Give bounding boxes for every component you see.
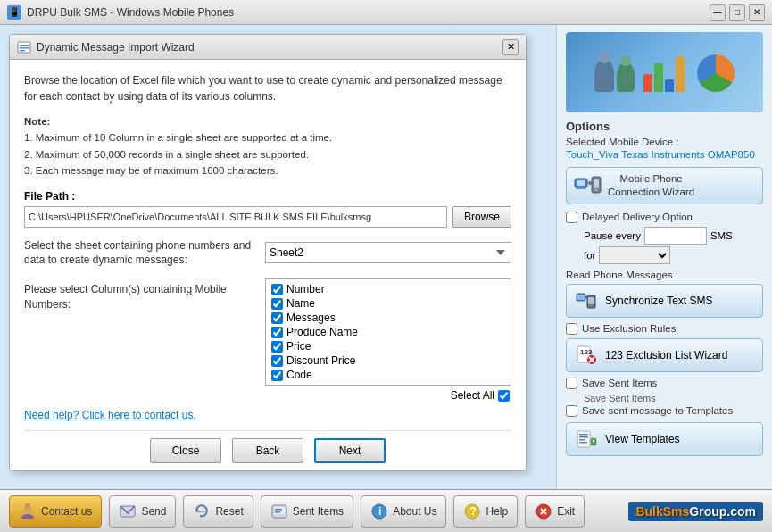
delayed-delivery-option[interactable]: Delayed Delivery Option [566, 212, 763, 223]
file-path-input[interactable] [24, 206, 447, 228]
column-discount-price-check[interactable] [271, 355, 283, 367]
column-number-check[interactable] [271, 284, 283, 295]
column-name-check[interactable] [271, 298, 283, 310]
use-exclusion-checkbox[interactable] [566, 323, 577, 335]
sent-items-icon [270, 503, 288, 520]
column-price[interactable]: Price [271, 340, 505, 353]
exit-button[interactable]: Exit [525, 495, 585, 528]
svg-rect-38 [275, 509, 282, 511]
reset-label: Reset [215, 505, 243, 518]
main-container: Dynamic Message Import Wizard ✕ Browse t… [0, 25, 772, 489]
app-close-button[interactable]: ✕ [749, 4, 765, 21]
columns-label: Please select Column(s) containing Mobil… [24, 278, 256, 312]
maximize-button[interactable]: □ [729, 4, 745, 21]
dialog-buttons: Close Back Next [24, 430, 511, 463]
left-panel: Dynamic Message Import Wizard ✕ Browse t… [0, 25, 556, 489]
use-exclusion-label: Use Exclusion Rules [582, 323, 676, 334]
reset-button[interactable]: Reset [183, 495, 253, 528]
help-link[interactable]: Need help? Click here to contact us. [24, 409, 511, 421]
back-button[interactable]: Back [232, 438, 303, 463]
file-path-label: File Path : [24, 190, 511, 203]
column-messages-check[interactable] [271, 312, 283, 324]
help-label: Help [486, 505, 508, 518]
next-button[interactable]: Next [314, 438, 386, 463]
view-templates-icon [572, 427, 601, 452]
columns-list-box: Number Name Messages Produce Name [265, 278, 511, 386]
note-section: Note: 1. Maximum of 10 Column in a singl… [24, 113, 511, 179]
column-produce-name[interactable]: Produce Name [271, 326, 505, 338]
save-sent-items-option[interactable]: Save Sent Items [566, 378, 763, 389]
svg-rect-6 [576, 187, 586, 189]
browse-button[interactable]: Browse [452, 206, 511, 228]
save-templates-option[interactable]: Save sent message to Templates [566, 405, 763, 417]
column-produce-name-check[interactable] [271, 327, 283, 338]
svg-rect-37 [274, 507, 285, 514]
svg-rect-3 [20, 50, 25, 52]
view-templates-label: View Templates [605, 433, 680, 445]
for-row: for [584, 246, 763, 264]
exclusion-wizard-button[interactable]: 123 123 Exclusion List Wizard [566, 338, 763, 372]
save-templates-checkbox[interactable] [566, 405, 577, 417]
note-title: Note: [24, 116, 50, 127]
column-messages[interactable]: Messages [271, 312, 505, 324]
svg-rect-25 [579, 436, 588, 438]
column-price-check[interactable] [271, 341, 283, 353]
app-title: DRPU Bulk SMS - Windows Mobile Phones [27, 6, 710, 19]
about-us-button[interactable]: i About Us [361, 495, 446, 528]
note-item-2: 2. Maximum of 50,000 records in a single… [24, 149, 309, 160]
selected-device-label: Selected Mobile Device : [566, 137, 763, 147]
send-button[interactable]: Send [109, 495, 176, 528]
app-icon: 📱 [7, 5, 21, 20]
sent-items-button[interactable]: Sent Items [261, 495, 353, 528]
dialog-close-icon[interactable]: ✕ [502, 39, 519, 55]
svg-text:i: i [378, 505, 381, 518]
close-button[interactable]: Close [150, 438, 221, 463]
contact-us-button[interactable]: Contact us [9, 495, 102, 528]
save-templates-label: Save sent message to Templates [582, 405, 733, 416]
window-controls: — □ ✕ [710, 4, 765, 21]
exit-icon [535, 503, 552, 520]
delayed-delivery-checkbox[interactable] [566, 212, 577, 223]
file-path-row: Browse [24, 206, 511, 228]
taskbar: Contact us Send Reset [0, 489, 772, 532]
exclusion-wizard-label: 123 Exclusion List Wizard [605, 349, 727, 362]
use-exclusion-option[interactable]: Use Exclusion Rules [566, 323, 763, 335]
for-label: for [584, 250, 595, 261]
svg-rect-32 [25, 503, 30, 507]
pie-chart [697, 54, 735, 92]
column-number[interactable]: Number [271, 283, 505, 295]
save-sent-path-label: Save Sent Items [584, 393, 763, 403]
sync-icon [572, 288, 601, 313]
dialog-body: Browse the location of Excel file which … [10, 60, 526, 470]
contact-us-icon [19, 503, 37, 520]
svg-rect-12 [594, 189, 598, 191]
column-name[interactable]: Name [271, 297, 505, 310]
columns-row: Please select Column(s) containing Mobil… [24, 278, 511, 402]
column-code[interactable]: Code [271, 369, 505, 381]
svg-rect-27 [579, 442, 587, 444]
banner-image [566, 32, 763, 112]
title-bar: 📱 DRPU Bulk SMS - Windows Mobile Phones … [0, 0, 772, 25]
contact-us-label: Contact us [41, 505, 92, 518]
select-all-checkbox[interactable] [498, 390, 510, 402]
column-discount-price[interactable]: Discount Price [271, 354, 505, 367]
column-code-check[interactable] [271, 370, 283, 381]
svg-rect-16 [588, 297, 594, 304]
note-item-1: 1. Maximum of 10 Column in a single shee… [24, 132, 332, 143]
device-name[interactable]: Touch_Viva Texas Instruments OMAP850 [566, 149, 763, 160]
read-phone-label: Read Phone Messages : [566, 270, 763, 280]
save-sent-items-checkbox[interactable] [566, 378, 577, 389]
for-select[interactable] [599, 246, 670, 264]
synchronize-label: Synchronize Text SMS [605, 295, 713, 307]
svg-rect-26 [579, 439, 585, 441]
svg-text:123: 123 [580, 348, 593, 356]
minimize-button[interactable]: — [710, 4, 726, 21]
connection-wizard-button[interactable]: Mobile PhoneConnection Wizard [566, 167, 763, 204]
help-button[interactable]: ? Help [453, 495, 518, 528]
sheet-select[interactable]: Sheet2 Sheet1 Sheet3 [265, 242, 511, 263]
view-templates-button[interactable]: View Templates [566, 422, 763, 456]
pause-input[interactable] [644, 227, 707, 245]
synchronize-button[interactable]: Synchronize Text SMS [566, 284, 763, 318]
svg-text:?: ? [470, 505, 477, 518]
pause-unit: SMS [710, 230, 733, 241]
